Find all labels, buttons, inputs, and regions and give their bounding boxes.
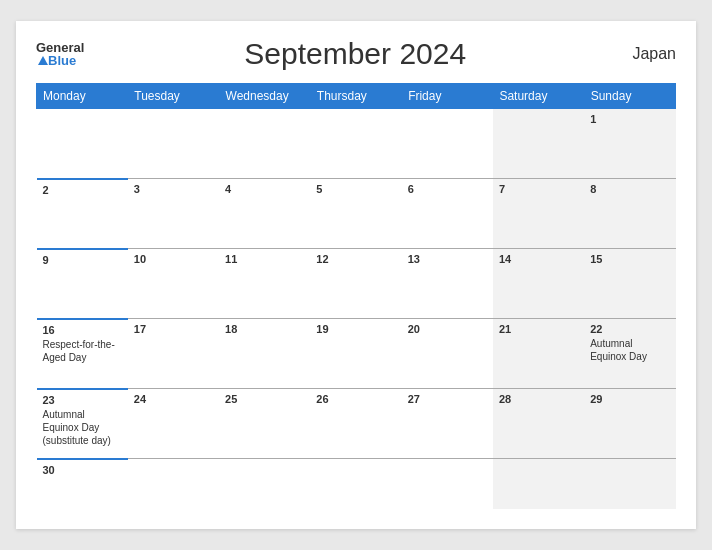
calendar-cell	[310, 459, 401, 509]
calendar-cell: 6	[402, 179, 493, 249]
calendar-cell	[219, 459, 310, 509]
calendar-container: General Blue September 2024 Japan Monday…	[16, 21, 696, 529]
day-number: 30	[43, 464, 122, 476]
calendar-cell: 30	[37, 459, 128, 509]
calendar-cell: 23Autumnal Equinox Day (substitute day)	[37, 389, 128, 459]
day-number: 3	[134, 183, 213, 195]
day-number: 4	[225, 183, 304, 195]
logo-blue-text: Blue	[48, 54, 76, 67]
calendar-cell: 19	[310, 319, 401, 389]
weekday-tuesday: Tuesday	[128, 84, 219, 109]
day-number: 17	[134, 323, 213, 335]
day-number: 28	[499, 393, 578, 405]
country-label: Japan	[626, 45, 676, 63]
calendar-cell: 18	[219, 319, 310, 389]
week-row-2: 9101112131415	[37, 249, 676, 319]
event-label: Autumnal Equinox Day	[590, 338, 647, 362]
event-label: Autumnal Equinox Day (substitute day)	[43, 409, 111, 446]
calendar-cell: 27	[402, 389, 493, 459]
calendar-cell: 11	[219, 249, 310, 319]
calendar-cell	[128, 109, 219, 179]
weekday-saturday: Saturday	[493, 84, 584, 109]
week-row-4: 23Autumnal Equinox Day (substitute day)2…	[37, 389, 676, 459]
calendar-cell: 7	[493, 179, 584, 249]
calendar-cell	[402, 459, 493, 509]
day-number: 26	[316, 393, 395, 405]
calendar-cell: 3	[128, 179, 219, 249]
calendar-cell: 24	[128, 389, 219, 459]
calendar-title: September 2024	[84, 37, 626, 71]
calendar-cell: 25	[219, 389, 310, 459]
calendar-cell: 26	[310, 389, 401, 459]
day-number: 8	[590, 183, 669, 195]
day-number: 21	[499, 323, 578, 335]
calendar-cell	[37, 109, 128, 179]
calendar-grid: MondayTuesdayWednesdayThursdayFridaySatu…	[36, 83, 676, 509]
calendar-cell: 9	[37, 249, 128, 319]
day-number: 1	[590, 113, 669, 125]
calendar-cell	[310, 109, 401, 179]
calendar-cell: 8	[584, 179, 675, 249]
day-number: 14	[499, 253, 578, 265]
calendar-cell: 4	[219, 179, 310, 249]
day-number: 22	[590, 323, 669, 335]
calendar-cell	[402, 109, 493, 179]
calendar-cell: 29	[584, 389, 675, 459]
weekday-header-row: MondayTuesdayWednesdayThursdayFridaySatu…	[37, 84, 676, 109]
calendar-cell: 14	[493, 249, 584, 319]
calendar-cell	[493, 459, 584, 509]
calendar-cell: 2	[37, 179, 128, 249]
weekday-monday: Monday	[37, 84, 128, 109]
day-number: 7	[499, 183, 578, 195]
day-number: 19	[316, 323, 395, 335]
day-number: 27	[408, 393, 487, 405]
week-row-3: 16Respect-for-the-Aged Day171819202122Au…	[37, 319, 676, 389]
calendar-cell: 15	[584, 249, 675, 319]
calendar-cell: 21	[493, 319, 584, 389]
calendar-cell	[493, 109, 584, 179]
day-number: 13	[408, 253, 487, 265]
day-number: 18	[225, 323, 304, 335]
calendar-cell	[128, 459, 219, 509]
weekday-thursday: Thursday	[310, 84, 401, 109]
day-number: 5	[316, 183, 395, 195]
day-number: 16	[43, 324, 122, 336]
day-number: 24	[134, 393, 213, 405]
day-number: 6	[408, 183, 487, 195]
week-row-1: 2345678	[37, 179, 676, 249]
day-number: 15	[590, 253, 669, 265]
event-label: Respect-for-the-Aged Day	[43, 339, 115, 363]
day-number: 20	[408, 323, 487, 335]
day-number: 9	[43, 254, 122, 266]
week-row-5: 30	[37, 459, 676, 509]
day-number: 11	[225, 253, 304, 265]
day-number: 29	[590, 393, 669, 405]
calendar-cell: 17	[128, 319, 219, 389]
day-number: 23	[43, 394, 122, 406]
logo-triangle-icon	[38, 56, 48, 65]
calendar-cell: 16Respect-for-the-Aged Day	[37, 319, 128, 389]
calendar-cell: 28	[493, 389, 584, 459]
calendar-cell: 10	[128, 249, 219, 319]
calendar-cell	[584, 459, 675, 509]
calendar-cell: 22Autumnal Equinox Day	[584, 319, 675, 389]
day-number: 10	[134, 253, 213, 265]
day-number: 2	[43, 184, 122, 196]
calendar-cell: 1	[584, 109, 675, 179]
calendar-cell	[219, 109, 310, 179]
day-number: 12	[316, 253, 395, 265]
week-row-0: 1	[37, 109, 676, 179]
logo: General Blue	[36, 41, 84, 67]
weekday-wednesday: Wednesday	[219, 84, 310, 109]
weekday-friday: Friday	[402, 84, 493, 109]
calendar-cell: 20	[402, 319, 493, 389]
calendar-cell: 12	[310, 249, 401, 319]
weekday-sunday: Sunday	[584, 84, 675, 109]
day-number: 25	[225, 393, 304, 405]
calendar-cell: 5	[310, 179, 401, 249]
calendar-header: General Blue September 2024 Japan	[36, 37, 676, 71]
calendar-cell: 13	[402, 249, 493, 319]
